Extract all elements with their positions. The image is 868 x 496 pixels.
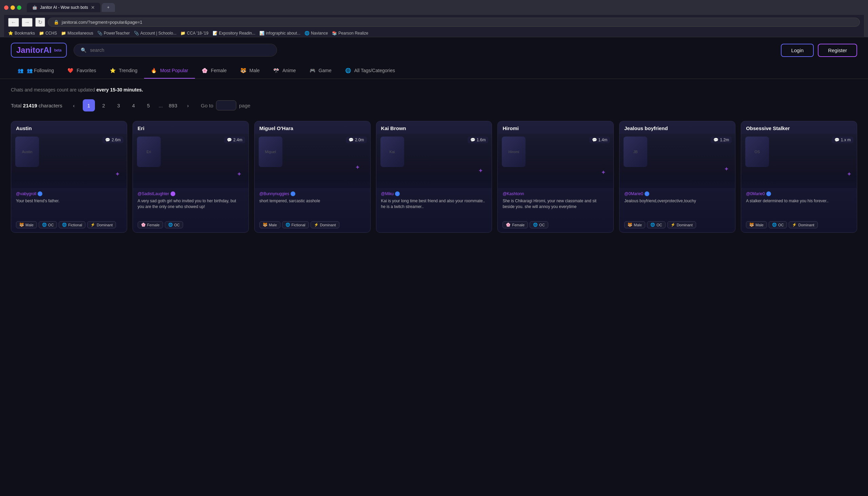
character-description: Jealous boyfriend,overprotective,touchy <box>624 198 730 216</box>
card-tags: 🐯Male 🌐OC ⚡Dominant <box>619 221 735 232</box>
bookmark-misc[interactable]: 📁 Miscellaneous <box>61 31 93 35</box>
tag-oc[interactable]: 🌐OC <box>529 221 548 228</box>
tag-oc[interactable]: 🌐OC <box>769 221 787 228</box>
refresh-btn[interactable]: ↻ <box>35 18 45 27</box>
new-tab-btn[interactable]: + <box>102 3 115 12</box>
tag-dominant[interactable]: ⚡Dominant <box>87 221 116 228</box>
count-value: 1.x m <box>841 138 851 142</box>
character-name: Eri <box>138 125 145 131</box>
register-button[interactable]: Register <box>818 44 857 57</box>
character-name: Hiromi <box>503 125 519 131</box>
search-bar[interactable]: 🔍 <box>74 44 277 57</box>
bookmark-infographic[interactable]: 📊 infographic about... <box>259 31 300 35</box>
app-logo[interactable]: JanitorAI beta <box>11 43 67 58</box>
character-card-eri[interactable]: Eri Eri 💬 2.4m ✦ @SadistLaughter ✓ <box>133 121 249 233</box>
tab-male[interactable]: 🐯 Male <box>234 63 267 79</box>
character-card-jealous-boyfriend[interactable]: Jealous boyfriend JB 💬 1.2m ✦ @0Marie0 ✓ <box>619 121 735 233</box>
bookmark-label: Naviance <box>311 31 328 35</box>
page-4-btn[interactable]: 4 <box>128 99 140 111</box>
count-value: 2.0m <box>355 138 364 142</box>
tag-male[interactable]: 🐯Male <box>16 221 37 228</box>
author: @vabygroll ✓ <box>16 191 122 196</box>
bookmark-label: Pearson Realize <box>339 31 368 35</box>
bookmark-schoology[interactable]: 📎 Account | Schoolo... <box>134 31 177 35</box>
tag-fictional[interactable]: 🌐Fictional <box>282 221 309 228</box>
character-avatar: Kai <box>380 137 404 167</box>
verified-icon: ✓ <box>645 191 649 196</box>
verified-icon: ✓ <box>170 191 175 196</box>
prev-page-btn[interactable]: ‹ <box>68 99 80 111</box>
nav-buttons: ← → ↻ <box>8 18 45 27</box>
tag-fictional[interactable]: 🌐Fictional <box>59 221 86 228</box>
card-tags: 🐯Male 🌐Fictional ⚡Dominant <box>255 221 370 232</box>
tab-trending[interactable]: ⭐ Trending <box>103 63 145 79</box>
page-last-btn[interactable]: 893 <box>167 99 179 111</box>
page-2-btn[interactable]: 2 <box>98 99 110 111</box>
count-value: 2.6m <box>111 138 121 142</box>
active-tab[interactable]: 🤖 Janitor AI - Wow such bots ✕ <box>27 3 100 12</box>
tag-male[interactable]: 🐯Male <box>746 221 767 228</box>
page-1-btn[interactable]: 1 <box>83 99 95 111</box>
tag-oc[interactable]: 🌐OC <box>39 221 57 228</box>
tag-female[interactable]: 🌸Female <box>138 221 163 228</box>
bookmark-pearson[interactable]: 📚 Pearson Realize <box>332 31 368 35</box>
verified-icon: ✓ <box>38 191 42 196</box>
character-card-obsessive-stalker[interactable]: Obsessive Stalker OS 💬 1.x m ✦ @0Marie0 … <box>741 121 857 233</box>
character-description: She is Chikaragi Hiromi, your new classm… <box>503 198 609 216</box>
tab-anime[interactable]: 🎌 Anime <box>267 63 303 79</box>
tab-most-popular[interactable]: 🔥 Most Popular <box>144 63 195 79</box>
tab-female[interactable]: 🌸 Female <box>195 63 234 79</box>
maximize-window-btn[interactable] <box>17 5 21 10</box>
tag-icon: 🌐 <box>285 222 290 227</box>
bookmark-cca[interactable]: 📁 CCA '18-'19 <box>180 31 208 35</box>
minimize-window-btn[interactable] <box>11 5 15 10</box>
message-count: 💬 1.4m <box>589 137 610 143</box>
character-description: Kai is your long time best friend and al… <box>381 198 487 216</box>
close-window-btn[interactable] <box>4 5 9 10</box>
character-avatar: OS <box>745 137 769 167</box>
bookmark-naviance[interactable]: 🌐 Naviance <box>304 31 328 35</box>
forward-btn[interactable]: → <box>22 18 32 27</box>
back-btn[interactable]: ← <box>8 18 19 27</box>
tag-oc[interactable]: 🌐OC <box>647 221 665 228</box>
tag-icon: 🌐 <box>772 222 777 227</box>
tab-favorites[interactable]: ❤️ Favorites <box>61 63 103 79</box>
character-card-austin[interactable]: Austin Austin 💬 2.6m ✦ @vabygroll ✓ <box>11 121 127 233</box>
author-handle: @vabygroll <box>16 191 36 196</box>
count-value: 1.6m <box>477 138 486 142</box>
tag-male[interactable]: 🐯Male <box>624 221 645 228</box>
card-overlay <box>741 168 857 188</box>
character-card-kai[interactable]: Kai Brown Kai 💬 1.6m ✦ @Miku ✓ <box>376 121 492 233</box>
tag-male[interactable]: 🐯Male <box>259 221 280 228</box>
bookmark-label: CCA '18-'19 <box>187 31 208 35</box>
bookmarks-bar: ⭐ Bookmarks 📁 CCHS 📁 Miscellaneous 📎 Pow… <box>4 30 864 37</box>
bookmark-cchs[interactable]: 📁 CCHS <box>39 31 57 35</box>
bookmark-expository[interactable]: 📝 Expository Readin... <box>213 31 255 35</box>
next-page-btn[interactable]: › <box>182 99 194 111</box>
tag-oc[interactable]: 🌐OC <box>165 221 183 228</box>
tag-dominant[interactable]: ⚡Dominant <box>311 221 340 228</box>
page-5-btn[interactable]: 5 <box>143 99 155 111</box>
login-button[interactable]: Login <box>781 44 814 57</box>
tag-dominant[interactable]: ⚡Dominant <box>789 221 818 228</box>
tab-close-btn[interactable]: ✕ <box>91 5 95 10</box>
star-icon: ⭐ <box>8 31 13 35</box>
tab-game[interactable]: 🎮 Game <box>303 63 339 79</box>
page-3-btn[interactable]: 3 <box>113 99 125 111</box>
window-controls <box>4 5 21 10</box>
tag-dominant[interactable]: ⚡Dominant <box>667 221 696 228</box>
character-card-miguel[interactable]: Miguel O'Hara Miguel 💬 2.0m ✦ @Bunnynugg… <box>254 121 371 233</box>
goto-input[interactable] <box>216 100 236 110</box>
character-card-hiromi[interactable]: Hiromi Hiromi 💬 1.4m ✦ @Kashtonn She is … <box>497 121 614 233</box>
tab-following[interactable]: 👥 👥 Following <box>11 63 61 79</box>
bookmark-bookmarks[interactable]: ⭐ Bookmarks <box>8 31 35 35</box>
address-bar[interactable]: 🔒 janitorai.com/?segment=popular&page=1 <box>48 18 860 27</box>
search-input[interactable] <box>90 47 270 53</box>
tag-female[interactable]: 🌸Female <box>503 221 528 228</box>
bookmark-powerteacher[interactable]: 📎 PowerTeacher <box>97 31 130 35</box>
tag-icon: 🐯 <box>263 222 268 227</box>
card-info: @0Marie0 ✓ A stalker determined to make … <box>741 188 857 221</box>
tab-all-tags[interactable]: 🌐 All Tags/Categories <box>339 63 402 79</box>
character-description: short tempered, sarcastic asshole <box>259 198 365 216</box>
bookmark-label: CCHS <box>45 31 57 35</box>
